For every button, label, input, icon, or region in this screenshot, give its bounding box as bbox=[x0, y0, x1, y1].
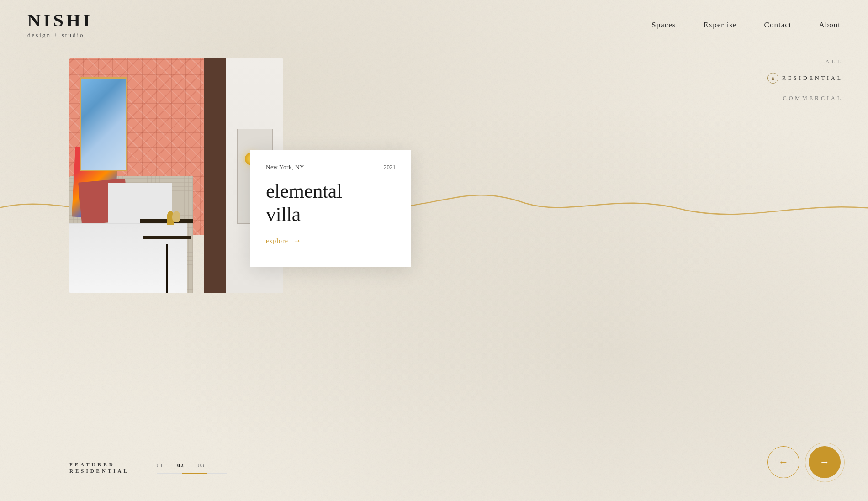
pagination: 01 02 03 bbox=[157, 462, 227, 474]
nav-expertise[interactable]: Expertise bbox=[703, 21, 736, 30]
explore-link[interactable]: explore → bbox=[266, 236, 396, 246]
side-table bbox=[140, 211, 193, 293]
next-arrow-icon: → bbox=[820, 456, 830, 468]
explore-arrow-icon: → bbox=[293, 236, 301, 246]
nav-spaces[interactable]: Spaces bbox=[651, 21, 676, 30]
prev-arrow-icon: ← bbox=[778, 456, 789, 468]
info-card: New York, NY 2021 elemental villa explor… bbox=[250, 150, 411, 267]
filter-circle: R bbox=[767, 73, 778, 84]
filter-all[interactable]: ALL bbox=[826, 58, 843, 65]
door-frame bbox=[204, 58, 226, 293]
prev-button[interactable]: ← bbox=[767, 446, 799, 478]
card-meta: New York, NY 2021 bbox=[266, 163, 396, 171]
featured-line1: FEATURED bbox=[69, 462, 129, 467]
filter-residential[interactable]: RESIDENTIAL bbox=[782, 75, 843, 82]
filter-commercial[interactable]: COMMERCIAL bbox=[783, 95, 843, 102]
header: NISHI design + studio Spaces Expertise C… bbox=[0, 0, 868, 50]
card-location: New York, NY bbox=[266, 163, 304, 171]
explore-label: explore bbox=[266, 237, 288, 245]
page-02[interactable]: 02 bbox=[177, 462, 184, 469]
filter-initial: R bbox=[772, 76, 774, 81]
featured-label: FEATURED RESIDENTIAL bbox=[69, 462, 129, 474]
nav-contact[interactable]: Contact bbox=[764, 21, 792, 30]
page-01[interactable]: 01 bbox=[157, 462, 164, 469]
page-03[interactable]: 03 bbox=[198, 462, 205, 469]
card-title: elemental villa bbox=[266, 180, 396, 226]
nav-about[interactable]: About bbox=[819, 21, 841, 30]
filter-panel: ALL R RESIDENTIAL COMMERCIAL bbox=[729, 58, 843, 102]
bottom-section: FEATURED RESIDENTIAL 01 02 03 bbox=[69, 462, 227, 474]
pagination-bar bbox=[157, 473, 227, 474]
card-year: 2021 bbox=[384, 163, 396, 171]
logo-name: NISHI bbox=[27, 11, 93, 30]
pagination-bar-fill bbox=[182, 473, 207, 474]
wall-art bbox=[80, 77, 127, 171]
logo[interactable]: NISHI design + studio bbox=[27, 11, 93, 39]
logo-tagline: design + studio bbox=[27, 32, 85, 39]
featured-line2: RESIDENTIAL bbox=[69, 468, 129, 474]
main-nav: Spaces Expertise Contact About bbox=[651, 21, 841, 30]
filter-residential-row: R RESIDENTIAL bbox=[767, 73, 843, 84]
pagination-numbers: 01 02 03 bbox=[157, 462, 227, 469]
navigation-buttons: ← → bbox=[767, 446, 841, 478]
next-button[interactable]: → bbox=[809, 446, 841, 478]
filter-divider bbox=[729, 90, 843, 90]
